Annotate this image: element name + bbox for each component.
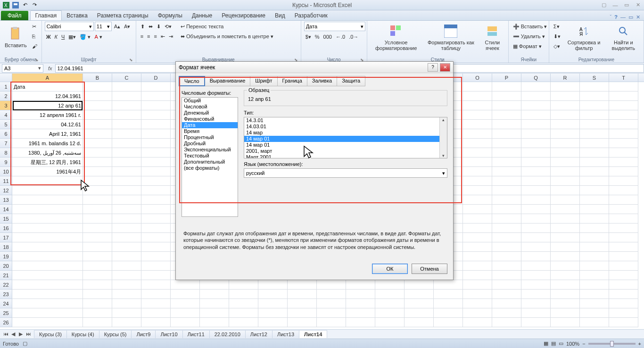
cell-a7[interactable]: 1961 m. balandis 12 d. (12, 139, 83, 148)
rowhead-20[interactable]: 20 (0, 261, 12, 271)
view-pagelayout-icon[interactable]: ▤ (551, 340, 556, 347)
cell[interactable] (83, 242, 112, 252)
cell[interactable] (112, 261, 141, 271)
doc-restore-icon[interactable]: ▭ (628, 14, 633, 20)
cell[interactable] (521, 186, 551, 195)
cell[interactable] (580, 82, 609, 91)
cell-a20[interactable] (12, 261, 83, 271)
cell[interactable] (112, 195, 141, 205)
cell[interactable] (346, 318, 375, 327)
cell[interactable] (405, 280, 434, 290)
sheet-tab[interactable]: Лист9 (131, 330, 156, 338)
zoom-out-button[interactable]: − (582, 341, 585, 347)
cell[interactable] (580, 299, 609, 308)
rowhead-14[interactable]: 14 (0, 205, 12, 214)
rowhead-16[interactable]: 16 (0, 224, 12, 233)
rowhead-25[interactable]: 25 (0, 308, 12, 318)
cell[interactable] (521, 290, 551, 299)
cell[interactable] (83, 120, 112, 129)
cell[interactable] (609, 186, 638, 195)
cell[interactable] (405, 290, 434, 299)
cell[interactable] (521, 308, 551, 318)
cell[interactable] (580, 242, 609, 252)
dtab-border[interactable]: Граница (277, 76, 307, 86)
cell[interactable] (375, 308, 405, 318)
align-middle-button[interactable]: ⬌ (147, 22, 154, 31)
cell[interactable] (141, 82, 171, 91)
cell[interactable] (521, 242, 551, 252)
cell-a8[interactable]: سه‌شنبه, 26 آوریل ,1380 (12, 148, 83, 157)
cell[interactable] (521, 139, 551, 148)
cell[interactable] (609, 242, 638, 252)
tab-insert[interactable]: Вставка (62, 11, 92, 20)
ribbon-minimize-icon[interactable]: ▢ (600, 1, 608, 9)
rowhead-17[interactable]: 17 (0, 233, 12, 242)
tab-developer[interactable]: Разработчик (290, 11, 332, 20)
cell[interactable] (463, 101, 492, 110)
cell-a23[interactable] (12, 290, 83, 299)
cell[interactable] (609, 91, 638, 101)
cell[interactable] (609, 233, 638, 242)
sheet-nav-last[interactable]: ⏭ (25, 331, 32, 337)
cell[interactable] (83, 224, 112, 233)
cell[interactable] (141, 101, 171, 110)
cell[interactable] (112, 242, 141, 252)
cell[interactable] (141, 233, 171, 242)
cell[interactable] (83, 101, 112, 110)
merge-center-button[interactable]: ⬌Объединить и поместить в центре▾ (179, 32, 275, 41)
cell[interactable] (580, 148, 609, 157)
cell[interactable] (258, 280, 288, 290)
cell[interactable] (112, 110, 141, 120)
zoom-slider[interactable] (588, 343, 636, 345)
cell[interactable] (521, 205, 551, 214)
cell[interactable] (580, 205, 609, 214)
cell[interactable] (551, 271, 580, 280)
cell-a10[interactable]: 1961年4月 (12, 167, 83, 176)
cell[interactable] (258, 290, 288, 299)
maximize-icon[interactable]: ▭ (622, 1, 631, 9)
type-item[interactable]: 14.03.01 (244, 124, 447, 130)
file-tab[interactable]: Файл (1, 11, 28, 20)
align-left-button[interactable]: ≡ (139, 32, 145, 41)
cell[interactable] (492, 224, 521, 233)
cell[interactable] (112, 252, 141, 261)
rowhead-8[interactable]: 8 (0, 148, 12, 157)
tab-review[interactable]: Рецензирование (217, 11, 270, 20)
cell[interactable] (83, 139, 112, 148)
cell-a24[interactable] (12, 299, 83, 308)
cell[interactable] (580, 129, 609, 139)
cell[interactable] (463, 214, 492, 224)
language-combo[interactable]: русский▾ (244, 168, 447, 178)
cell[interactable] (463, 252, 492, 261)
doc-minimize-icon[interactable]: — (620, 14, 626, 20)
cell[interactable] (141, 224, 171, 233)
cell[interactable] (609, 120, 638, 129)
cell[interactable] (551, 148, 580, 157)
cell-a1[interactable]: Дата (12, 82, 83, 91)
colhead-t[interactable]: T (609, 74, 638, 82)
category-item[interactable]: Денежный (182, 110, 238, 116)
cell[interactable] (521, 299, 551, 308)
align-top-button[interactable]: ⬆ (139, 22, 146, 31)
cell[interactable] (609, 290, 638, 299)
cell[interactable] (463, 233, 492, 242)
cell[interactable] (521, 91, 551, 101)
cell[interactable] (258, 299, 288, 308)
cell-a18[interactable] (12, 242, 83, 252)
insert-cells-button[interactable]: ➕Вставить▾ (512, 22, 549, 31)
rowhead-2[interactable]: 2 (0, 91, 12, 101)
cell[interactable] (141, 91, 171, 101)
cell[interactable] (463, 167, 492, 176)
cell[interactable] (375, 290, 405, 299)
cell[interactable] (317, 318, 346, 327)
cell[interactable] (434, 280, 463, 290)
cell-a15[interactable] (12, 214, 83, 224)
orientation-button[interactable]: ⟲▾ (163, 22, 173, 31)
rowhead-21[interactable]: 21 (0, 271, 12, 280)
cell[interactable] (112, 318, 141, 327)
cell[interactable] (83, 252, 112, 261)
cell[interactable] (492, 242, 521, 252)
cell[interactable] (521, 233, 551, 242)
cell[interactable] (83, 176, 112, 186)
cell[interactable] (434, 318, 463, 327)
